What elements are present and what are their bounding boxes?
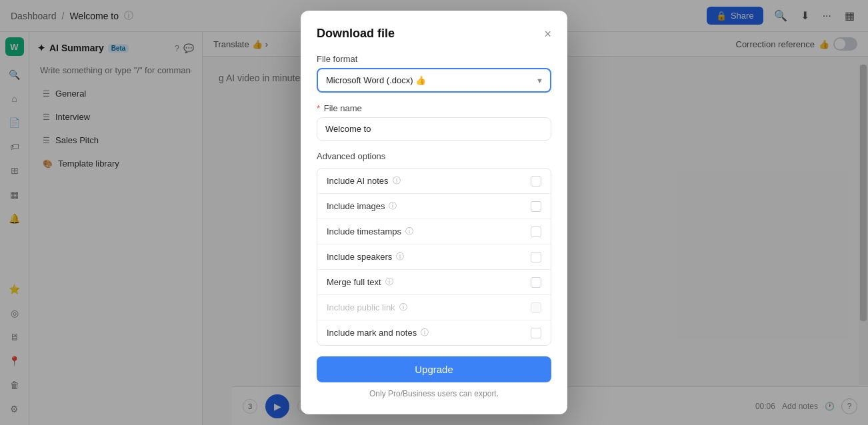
advanced-options-box: Include AI notes ⓘ Include images ⓘ Incl…	[317, 168, 551, 346]
option-label-merge-full-text: Merge full text	[327, 277, 381, 287]
option-label-speakers: Include speakers	[327, 252, 392, 262]
option-label-ai-notes: Include AI notes	[327, 176, 389, 186]
checkbox-merge-full-text[interactable]	[531, 277, 541, 288]
option-label-public-link: Include public link	[327, 302, 395, 312]
pro-note: Only Pro/Business users can export.	[317, 389, 551, 398]
info-icon-merge-full-text: ⓘ	[385, 276, 393, 288]
modal-overlay: Download file × File format Microsoft Wo…	[0, 0, 868, 425]
modal-title: Download file	[317, 27, 395, 41]
file-format-select-wrapper: Microsoft Word (.docx) 👍 PDF (.pdf) Plai…	[317, 68, 551, 93]
file-format-label: File format	[317, 54, 551, 64]
info-icon-images: ⓘ	[389, 201, 397, 212]
download-modal: Download file × File format Microsoft Wo…	[301, 11, 567, 414]
info-icon-ai-notes: ⓘ	[393, 175, 401, 187]
checkbox-timestamps[interactable]	[531, 226, 541, 237]
option-row-mark-notes: Include mark and notes ⓘ	[317, 320, 551, 345]
option-label-mark-notes: Include mark and notes	[327, 328, 417, 338]
checkbox-ai-notes[interactable]	[531, 176, 541, 187]
option-row-public-link: Include public link ⓘ	[317, 295, 551, 320]
option-row-timestamps: Include timestamps ⓘ	[317, 219, 551, 244]
info-icon-public-link: ⓘ	[399, 302, 407, 313]
required-indicator: *	[317, 103, 320, 113]
option-row-ai-notes: Include AI notes ⓘ	[317, 169, 551, 194]
file-format-select[interactable]: Microsoft Word (.docx) 👍 PDF (.pdf) Plai…	[317, 68, 551, 93]
option-row-speakers: Include speakers ⓘ	[317, 244, 551, 270]
option-row-merge-full-text: Merge full text ⓘ	[317, 270, 551, 295]
info-icon-timestamps: ⓘ	[405, 226, 413, 237]
option-row-images: Include images ⓘ	[317, 194, 551, 219]
info-icon-mark-notes: ⓘ	[421, 327, 429, 338]
advanced-options-label: Advanced options	[317, 151, 551, 161]
checkbox-speakers[interactable]	[531, 252, 541, 262]
checkbox-public-link	[531, 302, 541, 313]
checkbox-images[interactable]	[531, 201, 541, 212]
option-label-images: Include images	[327, 201, 385, 211]
file-name-input[interactable]	[317, 117, 551, 141]
info-icon-speakers: ⓘ	[396, 251, 404, 262]
upgrade-button[interactable]: Upgrade	[317, 356, 551, 382]
checkbox-mark-notes[interactable]	[531, 328, 541, 338]
file-name-label: * File name	[317, 103, 551, 113]
option-label-timestamps: Include timestamps	[327, 226, 401, 236]
modal-close-button[interactable]: ×	[544, 28, 551, 40]
modal-header: Download file ×	[317, 27, 551, 41]
